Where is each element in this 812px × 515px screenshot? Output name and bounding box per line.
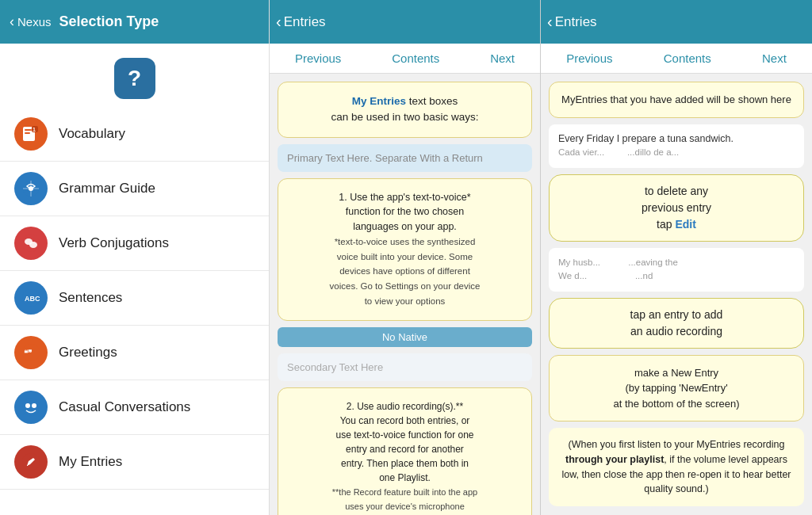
mid-header: ‹ Entries [270, 0, 540, 44]
vocabulary-icon: 1 [14, 117, 48, 151]
entry-2[interactable]: My husb... ...eaving the We d... ...nd [549, 248, 804, 292]
svg-point-14 [22, 399, 40, 416]
right-header-note: MyEntries that you have added will be sh… [549, 82, 804, 118]
new-entry-note: make a New Entry(by tapping 'NewEntry'at… [549, 355, 804, 422]
myentries-label: My Entries [59, 454, 122, 470]
nav-item-grammar[interactable]: Grammar Guide [0, 162, 269, 216]
svg-text:❝❞: ❝❞ [24, 349, 32, 357]
myentries-icon [14, 445, 48, 479]
right-previous-btn[interactable]: Previous [558, 50, 620, 67]
left-panel-title: Selection Type [59, 13, 159, 30]
mid-card-body: 1. Use the app's text-to-voice* function… [278, 178, 532, 321]
nav-list: 1 Vocabulary Grammar Guide Verb Conjugat… [0, 107, 269, 515]
greetings-icon: ❝❞ [14, 336, 48, 369]
mid-contents-btn[interactable]: Contents [384, 50, 447, 67]
my-entries-highlight: My Entries [352, 95, 406, 107]
right-next-btn[interactable]: Next [754, 50, 795, 67]
right-nav: Previous Contents Next [541, 44, 812, 74]
nav-item-vocabulary[interactable]: 1 Vocabulary [0, 107, 269, 162]
back-label-mid: Entries [284, 14, 326, 30]
back-label-left: Nexus [17, 15, 52, 29]
grammar-icon [14, 172, 48, 205]
tooltip-audio: tap an entry to addan audio recording [549, 298, 804, 349]
mid-previous-btn[interactable]: Previous [287, 50, 349, 67]
svg-rect-1 [25, 129, 32, 131]
right-panel: ‹ Entries Previous Contents Next MyEntri… [541, 0, 812, 515]
mid-card-2: 2. Use audio recording(s).** You can rec… [278, 387, 532, 516]
svg-point-9 [29, 242, 37, 248]
verb-label: Verb Conjugations [59, 235, 169, 251]
mid-content: My Entries text boxescan be used in two … [270, 74, 540, 515]
question-icon: ? [114, 58, 155, 99]
svg-rect-2 [25, 132, 30, 134]
back-button-left[interactable]: ‹ Nexus [10, 13, 52, 30]
greetings-label: Greetings [59, 345, 117, 360]
primary-text-input[interactable]: Primary Text Here. Separate With a Retur… [278, 144, 532, 172]
svg-point-16 [32, 403, 36, 408]
playlist-note: (When you first listen to your MyEntries… [549, 428, 804, 506]
sentences-icon: ABC [14, 281, 48, 315]
left-panel: ‹ Nexus Selection Type ? 1 Vocabulary Gr… [0, 0, 270, 515]
edit-link[interactable]: Edit [675, 218, 695, 231]
nav-item-casual[interactable]: Casual Conversations [0, 380, 269, 435]
casual-label: Casual Conversations [59, 399, 190, 415]
back-label-right: Entries [555, 14, 597, 30]
tooltip-delete: to delete anyprevious entrytap Edit [549, 174, 804, 242]
right-header: ‹ Entries [541, 0, 812, 44]
playlist-bold: through your playlist [565, 454, 664, 465]
back-button-mid[interactable]: ‹ Entries [276, 13, 326, 31]
back-button-right[interactable]: ‹ Entries [547, 13, 597, 31]
secondary-text-input[interactable]: Secondary Text Here [278, 353, 532, 381]
mid-card-1: My Entries text boxescan be used in two … [278, 82, 532, 138]
right-content: MyEntries that you have added will be sh… [541, 74, 812, 515]
svg-point-15 [25, 403, 30, 408]
chevron-left-right-icon: ‹ [547, 13, 553, 31]
left-header: ‹ Nexus Selection Type [0, 0, 269, 44]
chevron-left-mid-icon: ‹ [276, 13, 282, 31]
no-native-bar: No Native [278, 327, 532, 347]
casual-icon [14, 391, 48, 424]
nav-item-sentences[interactable]: ABC Sentences [0, 271, 269, 326]
nav-item-greetings[interactable]: ❝❞ Greetings [0, 326, 269, 380]
nav-item-verb[interactable]: Verb Conjugations [0, 216, 269, 271]
verb-icon [14, 227, 48, 260]
vocabulary-label: Vocabulary [59, 126, 125, 142]
mid-next-btn[interactable]: Next [482, 50, 523, 67]
grammar-label: Grammar Guide [59, 181, 155, 196]
svg-text:1: 1 [33, 127, 36, 132]
nav-item-myentries[interactable]: My Entries [0, 435, 269, 490]
sentences-label: Sentences [59, 290, 122, 306]
question-icon-wrap: ? [0, 58, 269, 99]
chevron-left-icon: ‹ [10, 13, 14, 30]
mid-panel: ‹ Entries Previous Contents Next My Entr… [270, 0, 541, 515]
header-note-text: MyEntries that you have added will be sh… [561, 93, 791, 105]
right-contents-btn[interactable]: Contents [656, 50, 719, 67]
entry-1[interactable]: Every Friday I prepare a tuna sandwich. … [549, 124, 804, 168]
mid-nav: Previous Contents Next [270, 44, 540, 74]
svg-text:ABC: ABC [25, 295, 40, 303]
